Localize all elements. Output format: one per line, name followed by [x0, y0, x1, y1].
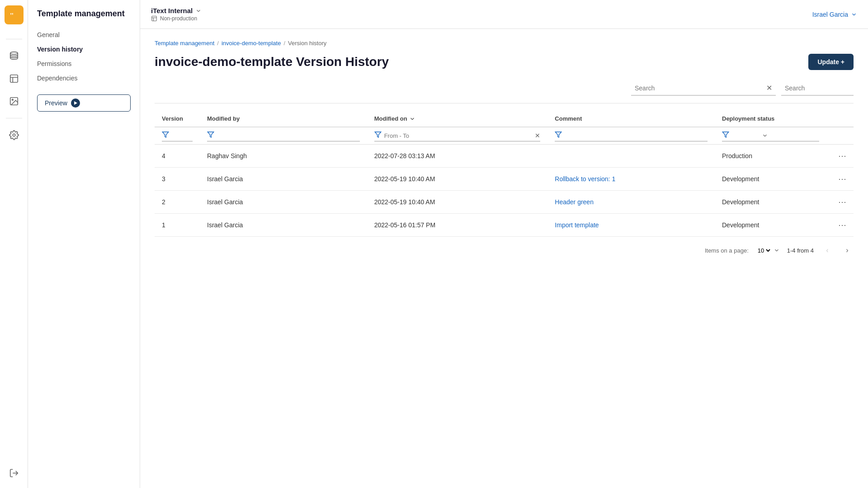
- template-icon[interactable]: [5, 69, 24, 88]
- pagination-per-page-chevron: [774, 247, 780, 253]
- table-body: 4 Raghav Singh 2022-07-28 03:13 AM Produ…: [155, 145, 854, 237]
- filter-status-icon[interactable]: [722, 131, 729, 140]
- sidebar-nav: General Version history Permissions Depe…: [28, 28, 140, 85]
- breadcrumb-sep-2: /: [283, 40, 285, 47]
- search-clear-icon[interactable]: ✕: [766, 84, 772, 92]
- sidebar-item-version-history[interactable]: Version history: [28, 42, 140, 56]
- cell-modified-on-1: 2022-05-19 10:40 AM: [367, 168, 548, 191]
- row-actions-0[interactable]: ⋯: [826, 145, 854, 168]
- env-label: Non-production: [151, 15, 202, 22]
- cell-comment-1: Rollback to version: 1: [547, 168, 715, 191]
- svg-marker-11: [208, 132, 213, 137]
- filter-version-icon[interactable]: [162, 131, 169, 140]
- main-search-input[interactable]: [635, 84, 763, 92]
- sidebar-title: Template management: [28, 9, 140, 28]
- search-row: ✕: [155, 81, 854, 103]
- filter-modified-by: [200, 127, 367, 145]
- org-name: iText Internal: [151, 7, 193, 14]
- user-menu[interactable]: Israel Garcia: [812, 11, 857, 18]
- cell-status-3: Development: [715, 214, 826, 237]
- filter-modified-by-icon[interactable]: [207, 131, 214, 140]
- filter-modified-by-input: [207, 130, 360, 141]
- filter-version-field[interactable]: [172, 132, 193, 139]
- pagination-per-page[interactable]: 10 25 50: [756, 247, 780, 254]
- user-dropdown-icon: [851, 11, 857, 18]
- svg-marker-14: [722, 132, 728, 137]
- col-modified-by: Modified by: [200, 111, 367, 127]
- version-table-container: Version Modified by Modified on Comment …: [155, 111, 854, 237]
- org-dropdown-icon: [195, 8, 202, 14]
- preview-play-icon: [71, 99, 80, 108]
- pagination-per-page-select[interactable]: 10 25 50: [756, 247, 772, 254]
- filter-actions-empty: [826, 127, 854, 145]
- cell-comment-2: Header green: [547, 191, 715, 214]
- col-modified-on-label: Modified on: [374, 115, 407, 122]
- filter-comment-icon[interactable]: [555, 131, 562, 140]
- icon-bar: ": [0, 0, 28, 488]
- env-icon: [151, 15, 157, 22]
- cell-modified-on-3: 2022-05-16 01:57 PM: [367, 214, 548, 237]
- col-modified-on[interactable]: Modified on: [367, 111, 548, 127]
- col-comment: Comment: [547, 111, 715, 127]
- filter-status-select-wrap: Production Development: [722, 130, 819, 141]
- sidebar-item-permissions[interactable]: Permissions: [28, 56, 140, 71]
- filter-modified-by-field[interactable]: [217, 132, 360, 139]
- svg-point-4: [12, 99, 13, 100]
- cell-modified-by-3: Israel Garcia: [200, 214, 367, 237]
- database-icon[interactable]: [5, 47, 24, 66]
- svg-marker-12: [375, 132, 381, 137]
- cell-version-3: 1: [155, 214, 200, 237]
- sort-icon: [409, 116, 415, 122]
- pagination-range: 1-4 from 4: [787, 247, 814, 254]
- svg-text:": ": [9, 11, 14, 20]
- cell-version-0: 4: [155, 145, 200, 168]
- col-actions: [826, 111, 854, 127]
- filter-modified-on: ✕: [367, 127, 548, 145]
- filter-status-select[interactable]: Production Development: [732, 132, 759, 139]
- pagination: Items on a page: 10 25 50 1-4 from 4 ‹ ›: [155, 237, 854, 264]
- pagination-prev-button[interactable]: ‹: [821, 244, 834, 257]
- pagination-next-button[interactable]: ›: [841, 244, 854, 257]
- row-actions-3[interactable]: ⋯: [826, 214, 854, 237]
- breadcrumb-template-management[interactable]: Template management: [155, 40, 214, 47]
- topbar: iText Internal Non-production Israel Gar…: [140, 0, 868, 29]
- settings-icon[interactable]: [5, 126, 24, 145]
- svg-marker-13: [556, 132, 561, 137]
- logout-icon[interactable]: [5, 464, 24, 483]
- filter-comment-field[interactable]: [565, 132, 708, 139]
- preview-button[interactable]: Preview: [37, 94, 131, 112]
- cell-version-2: 2: [155, 191, 200, 214]
- table-header-row: Version Modified by Modified on Comment …: [155, 111, 854, 127]
- content-area: Template management / invoice-demo-templ…: [140, 29, 868, 488]
- cell-version-1: 3: [155, 168, 200, 191]
- update-button[interactable]: Update +: [808, 54, 854, 70]
- image-icon[interactable]: [5, 92, 24, 111]
- sidebar-item-general[interactable]: General: [28, 28, 140, 42]
- cell-status-1: Development: [715, 168, 826, 191]
- filter-version: [155, 127, 200, 145]
- filter-date-range-input: ✕: [374, 130, 541, 141]
- table-row: 3 Israel Garcia 2022-05-19 10:40 AM Roll…: [155, 168, 854, 191]
- sidebar: Template management General Version hist…: [28, 0, 140, 488]
- svg-marker-10: [162, 132, 168, 137]
- filter-date-range-field[interactable]: [384, 132, 533, 139]
- svg-point-5: [13, 134, 15, 136]
- filter-date-clear-icon[interactable]: ✕: [535, 132, 540, 139]
- filter-version-input: [162, 130, 193, 141]
- cell-status-2: Development: [715, 191, 826, 214]
- col-deployment-status: Deployment status: [715, 111, 826, 127]
- breadcrumb-invoice-demo-template[interactable]: invoice-demo-template: [222, 40, 281, 47]
- cell-status-0: Production: [715, 145, 826, 168]
- breadcrumb-version-history: Version history: [288, 40, 326, 47]
- filter-modified-on-icon[interactable]: [374, 131, 382, 140]
- row-actions-1[interactable]: ⋯: [826, 168, 854, 191]
- row-actions-2[interactable]: ⋯: [826, 191, 854, 214]
- table-row: 4 Raghav Singh 2022-07-28 03:13 AM Produ…: [155, 145, 854, 168]
- filter-comment: [547, 127, 715, 145]
- filter-comment-input: [555, 130, 708, 141]
- secondary-search-input[interactable]: [785, 84, 864, 92]
- app-logo[interactable]: ": [5, 5, 24, 24]
- sidebar-item-dependencies[interactable]: Dependencies: [28, 71, 140, 85]
- divider-2: [6, 118, 22, 118]
- org-selector[interactable]: iText Internal: [151, 7, 202, 14]
